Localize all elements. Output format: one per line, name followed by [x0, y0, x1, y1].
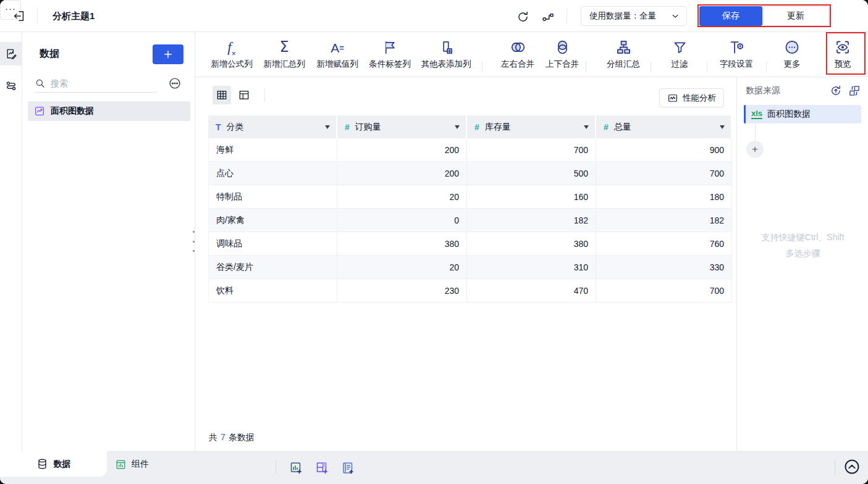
- toolbar-item-group-summary[interactable]: 分组汇总: [607, 36, 640, 70]
- merge-left-right-icon: [501, 36, 534, 57]
- column-dropdown-caret[interactable]: [584, 125, 589, 129]
- grid-view-toggle[interactable]: [213, 86, 231, 104]
- tab-data-label: 数据: [54, 459, 71, 470]
- bottombar-divider: [276, 461, 276, 474]
- table-cell: 点心: [208, 162, 337, 185]
- column-dropdown-caret[interactable]: [455, 125, 460, 129]
- table-body: 海鲜200700900点心200500700特制品20160180肉/家禽018…: [208, 138, 732, 302]
- switch-view-button[interactable]: [848, 85, 861, 97]
- toolbar-item-assign-column[interactable]: A= 新增赋值列: [316, 36, 358, 70]
- add-dashboard-button[interactable]: [314, 460, 330, 476]
- table-cell: 20: [337, 256, 467, 279]
- edit-analysis-icon: [5, 48, 17, 60]
- table-cell: 200: [337, 138, 467, 162]
- split-view-icon: [238, 89, 250, 101]
- table-cell: 380: [337, 232, 467, 256]
- toolbar-divider: [482, 62, 482, 72]
- table-cell: 760: [596, 232, 732, 256]
- save-button[interactable]: 保存: [699, 6, 762, 26]
- table-cell: 饮料: [208, 279, 337, 302]
- toolbar-item-add-column-from-table[interactable]: 其他表添加列: [421, 36, 471, 70]
- text-type-icon: T: [216, 122, 221, 132]
- table-cell: 230: [337, 279, 467, 302]
- edit-toolbar: f× 新增公式列 Σ 新增汇总列 A= 新增赋值列 条件标签列 其他表添加列: [195, 32, 868, 77]
- chevron-down-icon: [670, 11, 680, 21]
- table-cell: 182: [596, 209, 732, 232]
- chevron-up-circle-icon: [843, 458, 861, 475]
- tab-component-label: 组件: [132, 459, 149, 470]
- split-view-toggle[interactable]: [235, 86, 253, 104]
- flow-steps-icon: [5, 80, 17, 92]
- column-header-order-qty[interactable]: #订购量: [337, 115, 467, 138]
- update-history-button[interactable]: [830, 85, 842, 97]
- toolbar-divider: [264, 88, 265, 102]
- table-cell: 肉/家禽: [208, 209, 337, 232]
- toolbar-item-condition-tag-column[interactable]: 条件标签列: [369, 36, 411, 70]
- toolbar-item-filter[interactable]: 过滤: [672, 36, 688, 70]
- table-row: 点心200500700: [208, 162, 732, 185]
- plus-icon: [162, 49, 174, 60]
- search-input[interactable]: [51, 78, 143, 88]
- toolbar-item-merge-up-down[interactable]: 上下合并: [546, 36, 579, 70]
- add-dataset-button[interactable]: [153, 44, 183, 64]
- table-cell: 160: [467, 185, 596, 209]
- toolbar-divider: [766, 62, 767, 72]
- table-cell: 海鲜: [208, 138, 337, 162]
- search-more-button[interactable]: [168, 77, 182, 90]
- number-type-icon: #: [345, 122, 350, 132]
- column-header-category[interactable]: T分类: [208, 115, 337, 138]
- column-header-stock-qty[interactable]: #库存量: [467, 115, 596, 138]
- tab-component[interactable]: 组件: [115, 452, 149, 477]
- add-report-icon: [340, 461, 355, 475]
- dataset-usage-label: 使用数据量：全量: [589, 10, 656, 22]
- add-dashboard-icon: [314, 461, 329, 475]
- data-list-panel: 数据 面积图数据: [22, 32, 195, 451]
- refresh-button[interactable]: [515, 9, 531, 25]
- group-summary-icon: [607, 36, 640, 57]
- toolbar-item-preview[interactable]: 预览: [835, 36, 851, 70]
- column-header-total[interactable]: #总量: [596, 115, 732, 138]
- toolbar-item-field-settings[interactable]: 字段设置: [720, 36, 753, 70]
- left-rail: [0, 32, 22, 451]
- add-report-button[interactable]: [340, 460, 356, 476]
- table-cell: 700: [596, 279, 732, 302]
- rail-item-lineage[interactable]: [0, 74, 22, 98]
- dataset-list-item[interactable]: 面积图数据: [28, 101, 190, 121]
- step-connector: [755, 123, 756, 141]
- lineage-button[interactable]: [539, 9, 555, 25]
- table-cell: 特制品: [208, 185, 337, 209]
- assign-column-icon: A=: [316, 36, 358, 57]
- performance-chart-icon: [667, 93, 678, 104]
- panel-resize-handle[interactable]: [191, 231, 196, 252]
- toolbar-item-formula-column[interactable]: f× 新增公式列: [211, 36, 253, 70]
- bottombar-divider: [835, 461, 835, 474]
- column-dropdown-caret[interactable]: [720, 125, 725, 129]
- bottom-tab-bar: 数据 组件: [0, 451, 868, 484]
- table-row: 调味品380380760: [208, 232, 732, 256]
- column-dropdown-caret[interactable]: [325, 125, 330, 129]
- toolbar-item-merge-left-right[interactable]: 左右合并: [501, 36, 534, 70]
- tab-data[interactable]: 数据: [0, 451, 107, 477]
- collapse-panel-button[interactable]: [843, 458, 861, 475]
- add-chart-component-button[interactable]: [288, 460, 304, 476]
- toolbar-item-summary-column[interactable]: Σ 新增汇总列: [263, 36, 305, 70]
- table-cell: 200: [337, 162, 467, 185]
- rail-item-edit-analysis[interactable]: [0, 42, 22, 65]
- table-cell: 0: [337, 209, 467, 232]
- source-step-item[interactable]: xls 面积图数据: [744, 105, 861, 123]
- summary-column-icon: Σ: [263, 36, 305, 57]
- toolbar-item-more[interactable]: 更多: [784, 36, 801, 70]
- condition-tag-column-icon: [369, 36, 411, 57]
- topbar-divider: [567, 8, 567, 24]
- performance-analysis-button[interactable]: 性能分析: [659, 88, 724, 107]
- table-cell: 20: [337, 185, 467, 209]
- exit-icon: [12, 9, 26, 23]
- add-step-button[interactable]: +: [746, 141, 764, 158]
- panel-title: 数据: [40, 48, 59, 60]
- exit-button[interactable]: [10, 7, 28, 25]
- data-source-title: 数据来源: [746, 85, 780, 96]
- update-button[interactable]: 更新: [762, 6, 829, 26]
- table-cell: 180: [596, 185, 732, 209]
- table-cell: 调味品: [208, 232, 337, 256]
- dataset-usage-dropdown[interactable]: 使用数据量：全量: [581, 6, 687, 26]
